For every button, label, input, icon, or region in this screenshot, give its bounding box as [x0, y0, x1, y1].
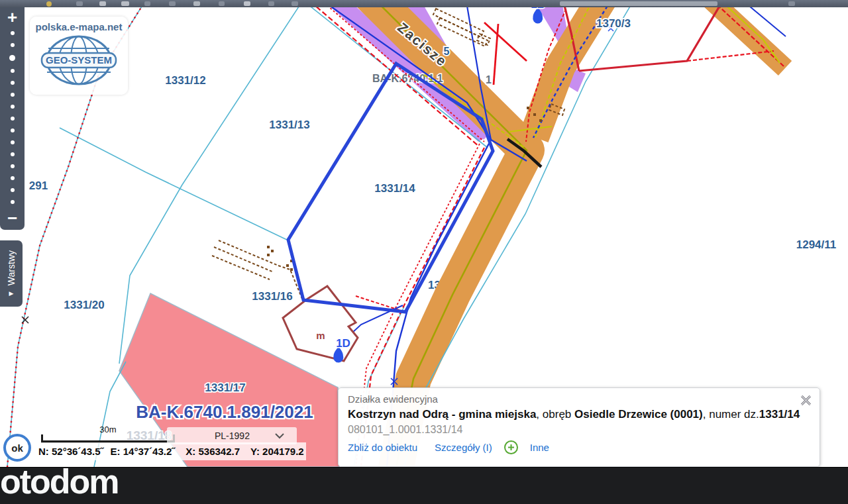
- parcel-label: 291: [29, 179, 48, 192]
- parcel-label: 1370/3: [596, 17, 631, 30]
- details-link[interactable]: Szczegóły (I): [435, 442, 492, 453]
- case-number-fragment: 1: [486, 74, 492, 85]
- ok-button-label: ok: [11, 442, 23, 454]
- parcel-label: 1331/16: [252, 290, 292, 303]
- coordinates-bar: N: 52°36´43.5˝ E: 14°37´43.2˝ X: 536342.…: [32, 442, 306, 460]
- projection-value: PL-1992: [215, 430, 250, 441]
- parcel-label: 1331/14: [374, 182, 415, 195]
- panel-links: Zbliż do obiektu Szczegóły (I) Inne: [348, 440, 810, 454]
- hydrant-label-1b: 1B: [531, 7, 545, 11]
- windows-taskbar: Wyszukaj T X E W P: [0, 467, 848, 504]
- toolbar-fragment: [46, 1, 52, 7]
- parcel-identifier: 080101_1.0001.1331/14: [348, 424, 810, 436]
- case-number-big-label: BA-K.6740.1.891/2021: [136, 402, 313, 422]
- toolbar-fragment: [121, 1, 129, 6]
- parcel-label: 1331/20: [64, 299, 104, 311]
- coord-e: E: 14°37´43.2˝: [111, 446, 176, 457]
- layers-tab-label: Warstwy: [6, 250, 17, 285]
- toolbar-fragment: [193, 1, 200, 6]
- panel-title: Działka ewidencyjna: [348, 393, 810, 405]
- coord-x: X: 536342.7: [186, 446, 240, 457]
- parcel-number: 1331/14: [759, 408, 800, 421]
- add-plus-icon[interactable]: [504, 440, 518, 454]
- ok-button[interactable]: ok: [3, 434, 31, 462]
- chevron-down-icon: [275, 433, 284, 439]
- municipality-name: Kostrzyn nad Odrą - gmina miejska: [348, 408, 536, 421]
- zoom-out-button[interactable]: −: [7, 208, 17, 228]
- site-logo-card[interactable]: polska.e-mapa.net GEO-SYSTEM: [30, 17, 128, 95]
- otodom-watermark: otodom: [0, 462, 119, 501]
- zoom-in-button[interactable]: +: [7, 7, 17, 27]
- toolbar-fragment: [788, 1, 795, 6]
- svg-text:GEO-SYSTEM: GEO-SYSTEM: [46, 54, 112, 66]
- coord-y: Y: 204179.2: [250, 446, 304, 457]
- geo-system-globe-icon: GEO-SYSTEM: [39, 32, 119, 88]
- district-name: Osiedle Drzewice (0001): [574, 408, 703, 421]
- hydrant-label-1d: 1D: [336, 337, 350, 350]
- feature-info-panel: Działka ewidencyjna Kostrzyn nad Odrą - …: [338, 387, 820, 467]
- toolbar-fragment: [76, 1, 83, 6]
- zoom-to-object-link[interactable]: Zbliż do obiektu: [348, 442, 417, 453]
- scale-label: 30m: [41, 425, 175, 434]
- scale-bar: 30m: [41, 425, 175, 443]
- toolbar-fragment: [169, 1, 176, 6]
- toolbar-fragment: [268, 1, 274, 6]
- screen: 1331/2: [0, 0, 848, 504]
- toolbar-fragment: [292, 1, 298, 6]
- parcel-label: 1294/11: [796, 238, 837, 251]
- coord-n: N: 52°36´43.5˝: [38, 446, 104, 457]
- layers-tab[interactable]: Warstwy ▶: [0, 240, 23, 307]
- expand-arrow-icon: ▶: [9, 290, 14, 297]
- site-name: polska.e-mapa.net: [30, 21, 128, 32]
- separator-text: , obręb: [536, 408, 574, 421]
- building-label: m: [316, 330, 325, 341]
- more-link[interactable]: Inne: [530, 442, 549, 453]
- parcel-label: 1331/12: [165, 74, 205, 87]
- parcel-label: 1331/17: [205, 381, 245, 394]
- toolbar-fragment: [99, 1, 106, 6]
- close-icon[interactable]: [800, 395, 812, 406]
- zoom-level-dots[interactable]: [9, 31, 15, 204]
- zoom-toolbar: + −: [0, 7, 25, 230]
- parcel-description: Kostrzyn nad Odrą - gmina miejska, obręb…: [348, 408, 810, 421]
- toolbar-fragment: [560, 1, 717, 6]
- toolbar-fragment: [244, 1, 250, 6]
- browser-toolbar-remnant: [0, 0, 848, 7]
- toolbar-fragment: [144, 1, 150, 6]
- separator-text: , numer dz.: [703, 408, 759, 421]
- parcel-label: 1331/13: [269, 119, 309, 131]
- toolbar-fragment: [219, 1, 225, 6]
